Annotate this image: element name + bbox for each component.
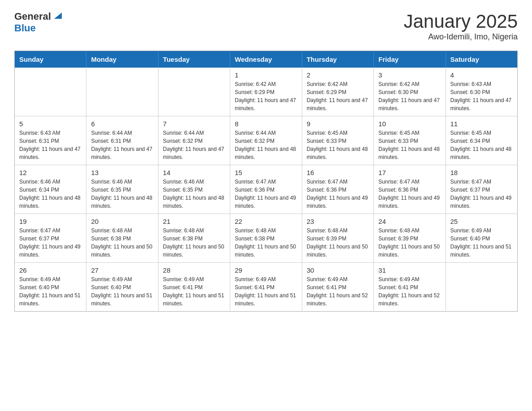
day-number: 9 bbox=[307, 120, 369, 128]
day-number: 2 bbox=[307, 71, 369, 79]
page-header: General Blue January 2025 Awo-Idemili, I… bbox=[14, 11, 518, 42]
day-number: 25 bbox=[450, 218, 513, 225]
day-number: 31 bbox=[378, 266, 441, 274]
day-number: 6 bbox=[91, 120, 153, 128]
calendar-cell: 2Sunrise: 6:42 AMSunset: 6:29 PMDaylight… bbox=[302, 68, 373, 116]
calendar-cell: 4Sunrise: 6:43 AMSunset: 6:30 PMDaylight… bbox=[446, 68, 517, 116]
day-number: 16 bbox=[307, 169, 369, 176]
day-info: Sunrise: 6:44 AMSunset: 6:32 PMDaylight:… bbox=[235, 129, 297, 161]
day-header-wednesday: Wednesday bbox=[230, 51, 302, 68]
calendar-cell: 18Sunrise: 6:47 AMSunset: 6:37 PMDayligh… bbox=[446, 165, 517, 214]
calendar-cell: 31Sunrise: 6:49 AMSunset: 6:41 PMDayligh… bbox=[374, 263, 446, 312]
day-header-tuesday: Tuesday bbox=[158, 51, 230, 68]
day-info: Sunrise: 6:46 AMSunset: 6:35 PMDaylight:… bbox=[91, 178, 153, 210]
logo-triangle-icon bbox=[52, 11, 62, 21]
day-info: Sunrise: 6:48 AMSunset: 6:38 PMDaylight:… bbox=[235, 227, 297, 259]
day-info: Sunrise: 6:48 AMSunset: 6:39 PMDaylight:… bbox=[378, 227, 441, 259]
day-number: 23 bbox=[307, 218, 369, 225]
day-number: 30 bbox=[307, 266, 369, 274]
calendar-cell: 8Sunrise: 6:44 AMSunset: 6:32 PMDaylight… bbox=[230, 116, 302, 165]
calendar-cell: 22Sunrise: 6:48 AMSunset: 6:38 PMDayligh… bbox=[230, 214, 302, 263]
day-number: 7 bbox=[163, 120, 225, 128]
day-info: Sunrise: 6:43 AMSunset: 6:31 PMDaylight:… bbox=[19, 129, 82, 161]
calendar-cell: 3Sunrise: 6:42 AMSunset: 6:30 PMDaylight… bbox=[374, 68, 446, 116]
calendar-week-row: 12Sunrise: 6:46 AMSunset: 6:34 PMDayligh… bbox=[15, 165, 518, 214]
calendar-week-row: 5Sunrise: 6:43 AMSunset: 6:31 PMDaylight… bbox=[15, 116, 518, 165]
calendar-cell: 17Sunrise: 6:47 AMSunset: 6:36 PMDayligh… bbox=[374, 165, 446, 214]
day-number: 21 bbox=[163, 218, 225, 225]
day-info: Sunrise: 6:47 AMSunset: 6:37 PMDaylight:… bbox=[450, 178, 513, 210]
calendar-week-row: 1Sunrise: 6:42 AMSunset: 6:29 PMDaylight… bbox=[15, 68, 518, 116]
day-info: Sunrise: 6:44 AMSunset: 6:32 PMDaylight:… bbox=[163, 129, 225, 161]
day-info: Sunrise: 6:48 AMSunset: 6:38 PMDaylight:… bbox=[163, 227, 225, 259]
day-info: Sunrise: 6:48 AMSunset: 6:38 PMDaylight:… bbox=[91, 227, 153, 259]
calendar-cell: 15Sunrise: 6:47 AMSunset: 6:36 PMDayligh… bbox=[230, 165, 302, 214]
day-info: Sunrise: 6:47 AMSunset: 6:37 PMDaylight:… bbox=[19, 227, 82, 259]
day-number: 17 bbox=[378, 169, 441, 176]
day-number: 24 bbox=[378, 218, 441, 225]
calendar-cell: 30Sunrise: 6:49 AMSunset: 6:41 PMDayligh… bbox=[302, 263, 373, 312]
calendar-table: SundayMondayTuesdayWednesdayThursdayFrid… bbox=[14, 51, 518, 312]
day-number: 11 bbox=[450, 120, 513, 128]
calendar-cell: 20Sunrise: 6:48 AMSunset: 6:38 PMDayligh… bbox=[86, 214, 158, 263]
day-info: Sunrise: 6:49 AMSunset: 6:40 PMDaylight:… bbox=[19, 275, 82, 308]
day-info: Sunrise: 6:49 AMSunset: 6:41 PMDaylight:… bbox=[307, 275, 369, 308]
calendar-cell: 14Sunrise: 6:46 AMSunset: 6:35 PMDayligh… bbox=[158, 165, 230, 214]
calendar-week-row: 19Sunrise: 6:47 AMSunset: 6:37 PMDayligh… bbox=[15, 214, 518, 263]
calendar-cell: 12Sunrise: 6:46 AMSunset: 6:34 PMDayligh… bbox=[15, 165, 86, 214]
day-info: Sunrise: 6:44 AMSunset: 6:31 PMDaylight:… bbox=[91, 129, 153, 161]
calendar-cell: 27Sunrise: 6:49 AMSunset: 6:40 PMDayligh… bbox=[86, 263, 158, 312]
day-number: 8 bbox=[235, 120, 297, 128]
calendar-cell: 5Sunrise: 6:43 AMSunset: 6:31 PMDaylight… bbox=[15, 116, 86, 165]
day-info: Sunrise: 6:45 AMSunset: 6:33 PMDaylight:… bbox=[378, 129, 441, 161]
title-section: January 2025 Awo-Idemili, Imo, Nigeria bbox=[403, 11, 518, 42]
calendar-cell: 29Sunrise: 6:49 AMSunset: 6:41 PMDayligh… bbox=[230, 263, 302, 312]
day-info: Sunrise: 6:49 AMSunset: 6:41 PMDaylight:… bbox=[235, 275, 297, 308]
day-number: 28 bbox=[163, 266, 225, 274]
day-info: Sunrise: 6:49 AMSunset: 6:41 PMDaylight:… bbox=[163, 275, 225, 308]
logo-blue: Blue bbox=[14, 22, 36, 34]
day-info: Sunrise: 6:49 AMSunset: 6:40 PMDaylight:… bbox=[450, 227, 513, 259]
day-header-saturday: Saturday bbox=[446, 51, 517, 68]
day-number: 12 bbox=[19, 169, 82, 176]
day-number: 5 bbox=[19, 120, 82, 128]
day-number: 18 bbox=[450, 169, 513, 176]
day-info: Sunrise: 6:42 AMSunset: 6:30 PMDaylight:… bbox=[378, 80, 441, 112]
calendar-cell bbox=[158, 68, 230, 116]
calendar-cell bbox=[446, 263, 517, 312]
calendar-cell: 13Sunrise: 6:46 AMSunset: 6:35 PMDayligh… bbox=[86, 165, 158, 214]
calendar-cell: 6Sunrise: 6:44 AMSunset: 6:31 PMDaylight… bbox=[86, 116, 158, 165]
calendar-cell: 25Sunrise: 6:49 AMSunset: 6:40 PMDayligh… bbox=[446, 214, 517, 263]
day-number: 13 bbox=[91, 169, 153, 176]
calendar-cell bbox=[86, 68, 158, 116]
month-title: January 2025 bbox=[403, 11, 518, 32]
calendar-cell: 10Sunrise: 6:45 AMSunset: 6:33 PMDayligh… bbox=[374, 116, 446, 165]
day-info: Sunrise: 6:42 AMSunset: 6:29 PMDaylight:… bbox=[307, 80, 369, 112]
day-number: 4 bbox=[450, 71, 513, 79]
day-header-friday: Friday bbox=[374, 51, 446, 68]
calendar-cell: 7Sunrise: 6:44 AMSunset: 6:32 PMDaylight… bbox=[158, 116, 230, 165]
day-number: 26 bbox=[19, 266, 82, 274]
day-info: Sunrise: 6:47 AMSunset: 6:36 PMDaylight:… bbox=[378, 178, 441, 210]
calendar-cell: 23Sunrise: 6:48 AMSunset: 6:39 PMDayligh… bbox=[302, 214, 373, 263]
day-header-thursday: Thursday bbox=[302, 51, 373, 68]
day-number: 14 bbox=[163, 169, 225, 176]
calendar-cell: 16Sunrise: 6:47 AMSunset: 6:36 PMDayligh… bbox=[302, 165, 373, 214]
calendar-cell: 24Sunrise: 6:48 AMSunset: 6:39 PMDayligh… bbox=[374, 214, 446, 263]
day-info: Sunrise: 6:45 AMSunset: 6:34 PMDaylight:… bbox=[450, 129, 513, 161]
day-number: 10 bbox=[378, 120, 441, 128]
day-number: 15 bbox=[235, 169, 297, 176]
day-info: Sunrise: 6:47 AMSunset: 6:36 PMDaylight:… bbox=[235, 178, 297, 210]
day-info: Sunrise: 6:46 AMSunset: 6:34 PMDaylight:… bbox=[19, 178, 82, 210]
day-info: Sunrise: 6:45 AMSunset: 6:33 PMDaylight:… bbox=[307, 129, 369, 161]
day-info: Sunrise: 6:46 AMSunset: 6:35 PMDaylight:… bbox=[163, 178, 225, 210]
day-number: 3 bbox=[378, 71, 441, 79]
calendar-cell: 26Sunrise: 6:49 AMSunset: 6:40 PMDayligh… bbox=[15, 263, 86, 312]
day-info: Sunrise: 6:48 AMSunset: 6:39 PMDaylight:… bbox=[307, 227, 369, 259]
svg-marker-0 bbox=[54, 13, 62, 19]
day-info: Sunrise: 6:42 AMSunset: 6:29 PMDaylight:… bbox=[235, 80, 297, 112]
day-number: 29 bbox=[235, 266, 297, 274]
calendar-cell bbox=[15, 68, 86, 116]
day-number: 19 bbox=[19, 218, 82, 225]
day-number: 20 bbox=[91, 218, 153, 225]
